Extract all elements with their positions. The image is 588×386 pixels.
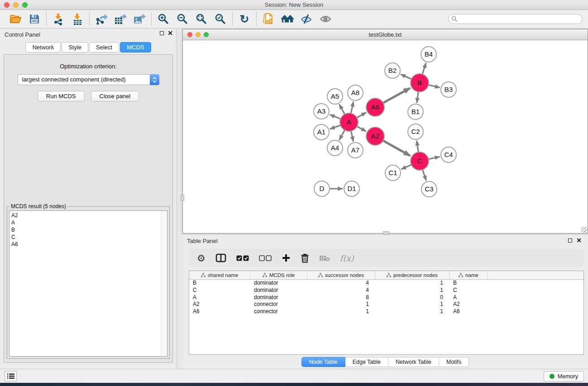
search-input[interactable] [448, 14, 583, 24]
table-cell[interactable]: 1 [307, 308, 375, 315]
task-history-button[interactable] [5, 371, 17, 381]
show-columns-icon[interactable] [215, 252, 226, 264]
select-all-checkboxes-icon[interactable] [236, 252, 249, 264]
table-cell[interactable]: dominator [250, 280, 307, 287]
table-cell[interactable]: 0 [375, 294, 449, 301]
hide-selected-icon[interactable] [300, 13, 313, 25]
apply-function-icon[interactable]: f(x) [340, 252, 354, 264]
table-row[interactable]: Adominator80A [189, 294, 583, 301]
run-mcds-button[interactable]: Run MCDS [38, 91, 85, 101]
tab-select[interactable]: Select [89, 42, 119, 52]
zoom-selected-icon[interactable] [214, 13, 227, 25]
new-network-from-selection-icon[interactable] [262, 13, 275, 25]
show-all-icon[interactable] [319, 13, 332, 25]
tab-network-table[interactable]: Network Table [388, 357, 439, 367]
open-session-icon[interactable] [9, 13, 22, 25]
mcds-result-item[interactable]: A2 [11, 212, 167, 219]
tab-motifs[interactable]: Motifs [439, 357, 469, 367]
refresh-layout-icon[interactable]: ↻ [238, 13, 251, 25]
node-D1[interactable]: D1 [344, 181, 359, 196]
window-resize-grip[interactable] [581, 227, 587, 233]
table-row[interactable]: A6connector11A6 [189, 308, 583, 315]
table-cell[interactable]: connector [250, 308, 307, 315]
tab-node-table[interactable]: Node Table [301, 357, 345, 367]
node-A6[interactable]: A6 [366, 98, 384, 116]
mcds-result-item[interactable]: A [11, 219, 167, 226]
import-table-icon[interactable] [71, 13, 84, 25]
network-zoom-button[interactable] [204, 32, 209, 37]
export-table-icon[interactable] [114, 13, 127, 25]
node-table[interactable]: shared nameMCDS rolesuccessor nodesprede… [189, 271, 584, 355]
minimize-window-button[interactable] [13, 2, 19, 8]
first-neighbors-icon[interactable] [281, 13, 294, 25]
mcds-result-item[interactable]: B [11, 226, 167, 234]
delete-column-icon[interactable] [301, 252, 309, 264]
export-network-icon[interactable] [95, 13, 108, 25]
table-cell[interactable]: A2 [449, 301, 488, 308]
network-window-titlebar[interactable]: testGlobe.txt [183, 29, 588, 40]
table-cell[interactable]: 1 [375, 287, 449, 294]
column-header-name[interactable]: name [449, 271, 488, 279]
column-header-shared-name[interactable]: shared name [189, 271, 250, 279]
zoom-in-icon[interactable] [157, 13, 170, 25]
table-cell[interactable]: A6 [449, 308, 488, 315]
add-column-icon[interactable] [282, 252, 291, 264]
splitter-handle-bottom[interactable] [383, 231, 389, 235]
tab-network[interactable]: Network [25, 42, 61, 52]
zoom-out-icon[interactable] [176, 13, 189, 25]
node-B1[interactable]: B1 [408, 104, 423, 119]
node-C4[interactable]: C4 [441, 147, 456, 162]
table-cell[interactable]: dominator [250, 287, 307, 294]
close-table-panel-icon[interactable]: ✕ [576, 238, 582, 243]
export-image-icon[interactable] [133, 13, 146, 25]
table-cell[interactable]: 8 [307, 294, 375, 301]
deselect-all-checkboxes-icon[interactable] [259, 252, 272, 264]
node-C1[interactable]: C1 [385, 165, 401, 181]
node-B[interactable]: B [411, 74, 429, 92]
table-cell[interactable]: A [189, 294, 250, 301]
delete-table-icon[interactable] [319, 252, 330, 264]
table-cell[interactable]: C [449, 287, 488, 294]
import-network-icon[interactable] [52, 13, 65, 25]
zoom-window-button[interactable] [22, 2, 28, 8]
save-session-icon[interactable] [28, 13, 41, 25]
table-cell[interactable]: 1 [375, 280, 449, 287]
node-C[interactable]: C [411, 152, 429, 170]
node-B4[interactable]: B4 [421, 47, 436, 62]
table-cell[interactable]: B [449, 280, 488, 287]
table-cell[interactable]: 4 [307, 287, 375, 294]
close-window-button[interactable] [4, 2, 10, 8]
zoom-fit-icon[interactable] [195, 13, 208, 25]
node-A7[interactable]: A7 [348, 143, 363, 158]
node-A1[interactable]: A1 [314, 124, 329, 140]
node-A2[interactable]: A2 [366, 127, 384, 145]
splitter-handle-left[interactable] [181, 195, 184, 201]
table-row[interactable]: Bdominator41B [189, 280, 583, 287]
node-C2[interactable]: C2 [408, 124, 423, 139]
column-header-MCDS-role[interactable]: MCDS role [250, 271, 307, 279]
tab-style[interactable]: Style [62, 42, 88, 52]
table-cell[interactable]: dominator [250, 294, 307, 301]
network-canvas[interactable]: B4B2BB3A5A8A6A3AB1A1C2A2A4A7CC4C1C3DD1 [183, 40, 588, 233]
mcds-result-scrollbar[interactable] [161, 211, 167, 356]
node-B2[interactable]: B2 [385, 63, 400, 78]
float-panel-icon[interactable] [160, 31, 164, 35]
node-A5[interactable]: A5 [327, 89, 343, 104]
table-cell[interactable]: C [189, 287, 250, 294]
mcds-result-item[interactable]: C [11, 234, 167, 241]
table-cell[interactable]: 1 [375, 308, 449, 315]
table-cell[interactable]: A6 [189, 308, 250, 315]
close-panel-icon[interactable]: ✕ [167, 31, 173, 35]
close-panel-button[interactable]: Close panel [91, 91, 139, 101]
table-cell[interactable]: 4 [307, 280, 375, 287]
table-cell[interactable]: 1 [375, 301, 449, 308]
table-settings-icon[interactable]: ⚙ [197, 252, 206, 264]
node-A3[interactable]: A3 [314, 104, 329, 119]
network-minimize-button[interactable] [196, 32, 201, 37]
float-table-panel-icon[interactable] [568, 238, 572, 243]
table-cell[interactable]: A [449, 294, 488, 301]
mcds-result-item[interactable]: A6 [11, 241, 167, 248]
node-C3[interactable]: C3 [421, 181, 437, 197]
tab-mcds[interactable]: MCDS [120, 42, 151, 52]
tab-edge-table[interactable]: Edge Table [345, 357, 388, 367]
